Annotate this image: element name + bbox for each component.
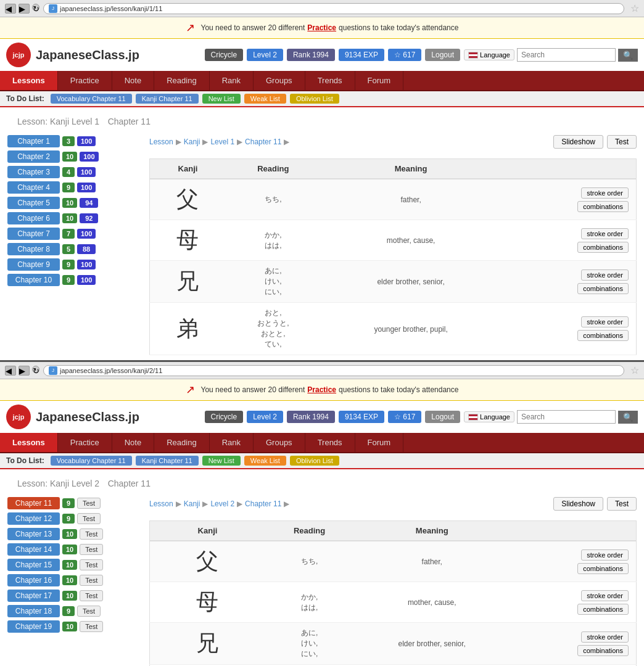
- chapter-btn-2-16[interactable]: Chapter 16: [7, 574, 60, 586]
- exp-btn-1[interactable]: 9134 EXP: [339, 49, 384, 61]
- bookmark-icon-1[interactable]: ☆: [630, 2, 639, 14]
- refresh-btn[interactable]: ↻: [32, 4, 39, 11]
- test-btn-1[interactable]: Test: [607, 135, 637, 149]
- chapter-test-2-14[interactable]: Test: [80, 544, 103, 555]
- breadcrumb-chapter-1[interactable]: Chapter 11: [245, 138, 281, 146]
- breadcrumb-lesson-1[interactable]: Lesson: [149, 138, 173, 146]
- chapter-btn-1-5[interactable]: Chapter 5: [7, 197, 60, 209]
- combo-btn-1-3[interactable]: combinations: [577, 283, 629, 294]
- chapter-test-2-17[interactable]: Test: [80, 590, 103, 601]
- star-btn-2[interactable]: ☆ 617: [388, 411, 421, 423]
- chapter-btn-2-14[interactable]: Chapter 14: [7, 543, 60, 556]
- tab-trends-2[interactable]: Trends: [305, 433, 355, 452]
- chapter-test-2-16[interactable]: Test: [80, 575, 103, 586]
- tab-forum-2[interactable]: Forum: [355, 433, 404, 452]
- cricycle-btn-1[interactable]: Cricycle: [205, 49, 244, 61]
- stroke-btn-2-3[interactable]: stroke order: [581, 631, 629, 643]
- chapter-btn-2-17[interactable]: Chapter 17: [7, 590, 60, 602]
- rank-btn-1[interactable]: Rank 1994: [287, 49, 335, 61]
- search-btn-2[interactable]: 🔍: [618, 411, 638, 424]
- todo-oblivion-2[interactable]: Oblivion List: [290, 456, 339, 466]
- tab-practice-2[interactable]: Practice: [58, 433, 112, 452]
- chapter-btn-1-4[interactable]: Chapter 4: [7, 181, 60, 194]
- tab-note-2[interactable]: Note: [112, 433, 154, 452]
- todo-vocab-2[interactable]: Vocabulary Chapter 11: [51, 456, 132, 466]
- chapter-btn-1-3[interactable]: Chapter 3: [7, 166, 60, 178]
- breadcrumb-kanji-2[interactable]: Kanji: [184, 500, 200, 508]
- stroke-btn-1-2[interactable]: stroke order: [581, 228, 629, 239]
- back-btn-2[interactable]: ◀: [5, 366, 16, 376]
- tab-lessons-2[interactable]: Lessons: [0, 433, 58, 452]
- search-input-1[interactable]: [517, 48, 616, 62]
- fwd-btn-2[interactable]: ▶: [19, 366, 30, 376]
- todo-oblivion-1[interactable]: Oblivion List: [290, 94, 339, 104]
- chapter-btn-1-10[interactable]: Chapter 10: [7, 274, 60, 286]
- slideshow-btn-1[interactable]: Slideshow: [553, 135, 603, 149]
- chapter-btn-1-7[interactable]: Chapter 7: [7, 228, 60, 240]
- stroke-btn-1-3[interactable]: stroke order: [581, 269, 629, 281]
- chapter-btn-1-1[interactable]: Chapter 1: [7, 135, 60, 147]
- combo-btn-1-4[interactable]: combinations: [577, 330, 629, 341]
- chapter-btn-1-9[interactable]: Chapter 9: [7, 258, 60, 271]
- tab-note-1[interactable]: Note: [112, 71, 154, 90]
- todo-new-1[interactable]: New List: [202, 94, 241, 104]
- address-bar-1[interactable]: J japaneseclass.jp/lesson/kanji/1/11: [43, 3, 624, 14]
- practice-link-1[interactable]: Practice: [307, 23, 336, 32]
- chapter-btn-2-19[interactable]: Chapter 19: [7, 620, 60, 633]
- star-btn-1[interactable]: ☆ 617: [388, 49, 421, 61]
- fwd-btn[interactable]: ▶: [19, 4, 30, 14]
- chapter-btn-2-13[interactable]: Chapter 13: [7, 528, 60, 540]
- bookmark-icon-2[interactable]: ☆: [630, 364, 639, 376]
- chapter-btn-2-15[interactable]: Chapter 15: [7, 559, 60, 571]
- tab-rank-1[interactable]: Rank: [210, 71, 254, 90]
- chapter-test-2-18[interactable]: Test: [77, 606, 101, 617]
- chapter-btn-2-11[interactable]: Chapter 11: [7, 497, 60, 509]
- breadcrumb-kanji-1[interactable]: Kanji: [184, 138, 200, 146]
- language-btn-1[interactable]: Language: [464, 49, 514, 60]
- chapter-btn-1-6[interactable]: Chapter 6: [7, 212, 60, 224]
- language-btn-2[interactable]: Language: [464, 411, 514, 422]
- tab-practice-1[interactable]: Practice: [58, 71, 112, 90]
- back-btn[interactable]: ◀: [5, 4, 16, 14]
- todo-weak-1[interactable]: Weak List: [244, 94, 286, 104]
- practice-link-2[interactable]: Practice: [307, 385, 336, 394]
- test-btn-2[interactable]: Test: [607, 497, 637, 511]
- combo-btn-2-1[interactable]: combinations: [577, 563, 629, 574]
- chapter-test-2-12[interactable]: Test: [77, 513, 101, 524]
- logout-btn-1[interactable]: Logout: [425, 49, 460, 61]
- chapter-test-2-15[interactable]: Test: [80, 559, 103, 570]
- tab-forum-1[interactable]: Forum: [355, 71, 404, 90]
- stroke-btn-2-1[interactable]: stroke order: [581, 549, 629, 561]
- tab-rank-2[interactable]: Rank: [210, 433, 254, 452]
- tab-reading-2[interactable]: Reading: [154, 433, 209, 452]
- chapter-test-2-19[interactable]: Test: [80, 621, 103, 632]
- exp-btn-2[interactable]: 9134 EXP: [339, 411, 384, 423]
- chapter-btn-1-2[interactable]: Chapter 2: [7, 150, 60, 163]
- logout-btn-2[interactable]: Logout: [425, 411, 460, 423]
- todo-kanji-2[interactable]: Kanji Chapter 11: [136, 456, 199, 466]
- breadcrumb-chapter-2[interactable]: Chapter 11: [245, 500, 281, 508]
- refresh-btn-2[interactable]: ↻: [32, 366, 39, 373]
- chapter-test-2-13[interactable]: Test: [80, 528, 103, 540]
- slideshow-btn-2[interactable]: Slideshow: [553, 497, 603, 511]
- breadcrumb-level-1[interactable]: Level 1: [210, 138, 234, 146]
- stroke-btn-2-2[interactable]: stroke order: [581, 590, 629, 601]
- search-input-2[interactable]: [517, 410, 616, 424]
- todo-vocab-1[interactable]: Vocabulary Chapter 11: [51, 94, 132, 104]
- tab-reading-1[interactable]: Reading: [154, 71, 209, 90]
- combo-btn-1-1[interactable]: combinations: [577, 201, 629, 212]
- combo-btn-1-2[interactable]: combinations: [577, 242, 629, 253]
- rank-btn-2[interactable]: Rank 1994: [287, 411, 335, 423]
- combo-btn-2-2[interactable]: combinations: [577, 604, 629, 615]
- chapter-btn-2-18[interactable]: Chapter 18: [7, 605, 60, 617]
- search-btn-1[interactable]: 🔍: [618, 49, 638, 62]
- level-btn-2[interactable]: Level 2: [247, 411, 283, 423]
- todo-weak-2[interactable]: Weak List: [244, 456, 286, 466]
- address-bar-2[interactable]: J japaneseclass.jp/lesson/kanji/2/11: [43, 365, 624, 376]
- level-btn-1[interactable]: Level 2: [247, 49, 283, 61]
- tab-lessons-1[interactable]: Lessons: [0, 71, 58, 90]
- chapter-btn-2-12[interactable]: Chapter 12: [7, 512, 60, 525]
- combo-btn-2-3[interactable]: combinations: [577, 645, 629, 656]
- stroke-btn-1-4[interactable]: stroke order: [581, 316, 629, 327]
- todo-new-2[interactable]: New List: [202, 456, 241, 466]
